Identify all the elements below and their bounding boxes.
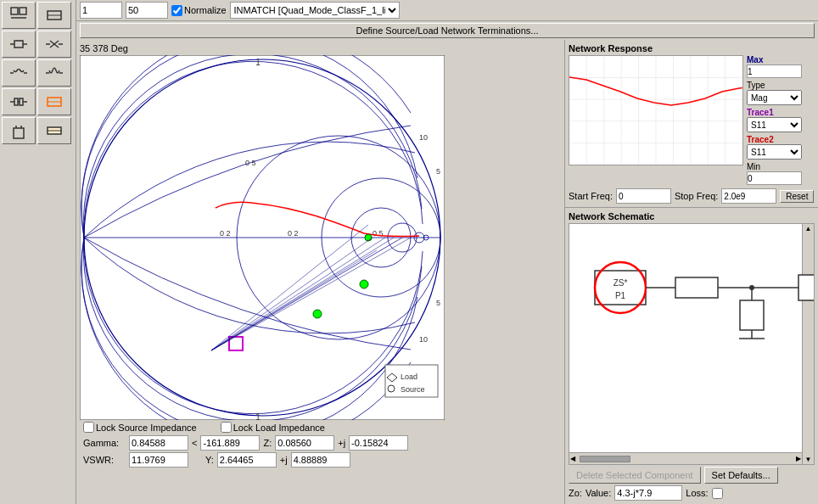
input1[interactable]: 1: [80, 2, 122, 19]
normalize-label: Normalize: [184, 5, 227, 15]
response-chart: [569, 55, 743, 165]
network-response: Network Response: [565, 40, 818, 208]
svg-rect-87: [740, 300, 764, 330]
stop-freq-input[interactable]: 2.0e9: [721, 188, 776, 204]
y-label: Y:: [205, 455, 214, 465]
gamma-label: Gamma:: [83, 438, 126, 448]
svg-rect-19: [14, 98, 18, 105]
input2[interactable]: 50: [126, 2, 168, 19]
svg-text:ZS*: ZS*: [614, 278, 628, 288]
svg-text:5: 5: [436, 299, 440, 307]
start-freq-label: Start Freq:: [569, 191, 613, 201]
scroll-left-arrow[interactable]: ◀: [569, 454, 576, 463]
svg-text:0 5: 0 5: [245, 159, 256, 167]
svg-text:0 2: 0 2: [288, 229, 299, 238]
trace1-label: Trace1: [747, 108, 815, 117]
z-value: 0.08560: [275, 435, 334, 451]
value-input[interactable]: 4.3-j*7.9: [614, 485, 682, 501]
toolbar-btn-9[interactable]: [2, 117, 36, 144]
network-schematic: Network Schematic ▲ ▼ ZS*: [565, 208, 818, 504]
z-label: Z:: [263, 438, 272, 448]
z-j: +j: [338, 438, 345, 448]
loss-label: Loss:: [686, 488, 708, 498]
toolbar-btn-5[interactable]: [2, 59, 36, 87]
scroll-right-arrow[interactable]: ▶: [795, 454, 802, 463]
svg-point-50: [313, 310, 322, 318]
value-label: Value:: [585, 488, 611, 498]
define-button[interactable]: Define Source/Load Network Terminations.…: [80, 23, 815, 38]
svg-text:Source: Source: [401, 385, 425, 394]
svg-text:10: 10: [419, 133, 428, 142]
lock-load-label: Lock Load Impedance: [233, 423, 325, 433]
svg-rect-84: [675, 277, 718, 298]
type-select[interactable]: Mag Phase Real Imag: [747, 90, 802, 105]
network-schematic-title: Network Schematic: [569, 211, 815, 221]
loss-checkbox[interactable]: [712, 488, 723, 499]
toolbar-btn-10[interactable]: [37, 117, 71, 144]
schematic-scrollbar-bottom[interactable]: ◀ ▶: [569, 452, 802, 464]
min-input[interactable]: 0: [747, 171, 802, 185]
top-bar: 1 50 Normalize INMATCH [Quad_Mode_ClassF…: [76, 0, 818, 21]
trace2-label: Trace2: [747, 135, 815, 144]
scroll-down-arrow[interactable]: ▼: [804, 455, 813, 464]
schematic-buttons: Delete Selected Component Set Defaults..…: [569, 465, 815, 485]
toolbar-btn-2[interactable]: [37, 2, 71, 29]
inmatch-dropdown[interactable]: INMATCH [Quad_Mode_ClassF_1_li]: [230, 2, 400, 19]
zo-row: Zo: Value: 4.3-j*7.9 Loss:: [569, 485, 815, 501]
svg-point-91: [749, 285, 754, 290]
svg-rect-7: [14, 41, 23, 48]
status-rows: Lock Source Impedance Lock Load Impedanc…: [80, 420, 561, 471]
normalize-checkbox[interactable]: [171, 5, 182, 16]
svg-text:Load: Load: [401, 372, 417, 381]
stop-freq-label: Stop Freq:: [675, 191, 718, 201]
gamma-angle: -161.889: [200, 435, 260, 451]
vswr-value: 11.9769: [129, 452, 188, 468]
y-j: +j: [280, 455, 288, 465]
type-label: Type: [747, 81, 815, 90]
schematic-svg: ZS* P1: [574, 228, 815, 347]
zo-label: Zo:: [569, 488, 582, 498]
right-panel: Network Response: [564, 40, 818, 504]
lock-source-checkbox[interactable]: [83, 422, 94, 433]
svg-rect-92: [798, 275, 815, 300]
smith-chart-area: 35 378 Deg: [76, 40, 564, 504]
svg-point-51: [360, 280, 368, 288]
left-toolbar: [0, 0, 76, 504]
svg-text:5: 5: [436, 167, 440, 176]
trace2-select[interactable]: S11S21S12S22: [747, 144, 802, 160]
svg-text:P1: P1: [615, 291, 626, 300]
toolbar-btn-1[interactable]: [2, 2, 36, 29]
gamma-value: 0.84588: [129, 435, 188, 451]
delete-component-button[interactable]: Delete Selected Component: [569, 467, 701, 484]
lock-source-label: Lock Source Impedance: [96, 423, 197, 433]
scroll-thumb-h[interactable]: [580, 456, 630, 462]
toolbar-btn-7[interactable]: [2, 88, 36, 115]
toolbar-btn-4[interactable]: [37, 31, 71, 58]
schematic-canvas[interactable]: ▲ ▼ ZS* P1: [569, 223, 815, 465]
smith-chart-svg[interactable]: 0 5 0 2 0 2 0 5 1 10 1 5 5 10 10: [80, 55, 445, 420]
toolbar-btn-8[interactable]: [37, 88, 71, 115]
freq-row: Start Freq: 0 Stop Freq: 2.0e9 Reset: [569, 188, 815, 204]
toolbar-btn-3[interactable]: [2, 31, 36, 58]
svg-rect-0: [11, 8, 18, 14]
set-defaults-button[interactable]: Set Defaults...: [704, 467, 778, 484]
network-response-title: Network Response: [569, 43, 815, 53]
max-label: Max: [747, 55, 815, 64]
svg-text:0 2: 0 2: [220, 229, 231, 238]
toolbar-btn-6[interactable]: [37, 59, 71, 87]
vswr-label: VSWR:: [83, 455, 126, 465]
max-input[interactable]: 1: [747, 64, 802, 78]
svg-text:1: 1: [255, 58, 261, 67]
lock-load-checkbox[interactable]: [221, 422, 232, 433]
svg-text:10: 10: [419, 335, 428, 344]
svg-rect-20: [20, 98, 23, 105]
min-label: Min: [747, 162, 815, 171]
svg-rect-25: [14, 128, 24, 138]
trace1-select[interactable]: S11S21S12S22: [747, 117, 802, 132]
svg-rect-1: [20, 8, 26, 14]
y-j-value: 4.88889: [291, 452, 350, 468]
reset-button[interactable]: Reset: [780, 190, 814, 203]
z-j-value: -0.15824: [349, 435, 408, 451]
response-chart-svg: [569, 56, 742, 165]
start-freq-input[interactable]: 0: [616, 188, 671, 204]
